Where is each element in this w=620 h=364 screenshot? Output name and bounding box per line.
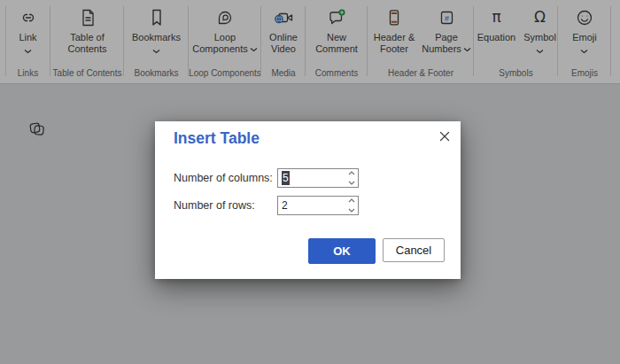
dialog-fields: Number of columns: 5 Number of rows: 2 xyxy=(174,168,359,223)
dialog-title: Insert Table xyxy=(174,129,260,148)
columns-input[interactable]: 5 xyxy=(277,168,359,188)
rows-value[interactable]: 2 xyxy=(282,199,288,212)
rows-input[interactable]: 2 xyxy=(277,196,359,215)
insert-table-dialog: Insert Table Number of columns: 5 Number… xyxy=(155,121,461,279)
cancel-button[interactable]: Cancel xyxy=(383,238,445,262)
word-screen: Link Links Table of Contents Table xyxy=(0,0,620,364)
spin-down-icon[interactable] xyxy=(348,208,355,213)
spin-up-icon[interactable] xyxy=(348,171,355,175)
spin-down-icon[interactable] xyxy=(348,181,355,185)
rows-spinner xyxy=(348,198,355,213)
columns-value[interactable]: 5 xyxy=(282,171,290,185)
columns-label: Number of columns: xyxy=(174,172,277,184)
dialog-buttons: OK Cancel xyxy=(308,238,445,264)
close-icon[interactable] xyxy=(439,131,450,142)
spin-up-icon[interactable] xyxy=(348,198,355,203)
columns-spinner xyxy=(348,171,355,185)
rows-label: Number of rows: xyxy=(174,199,277,212)
columns-field-row: Number of columns: 5 xyxy=(174,168,359,188)
rows-field-row: Number of rows: 2 xyxy=(174,196,359,215)
ok-button[interactable]: OK xyxy=(308,238,376,264)
